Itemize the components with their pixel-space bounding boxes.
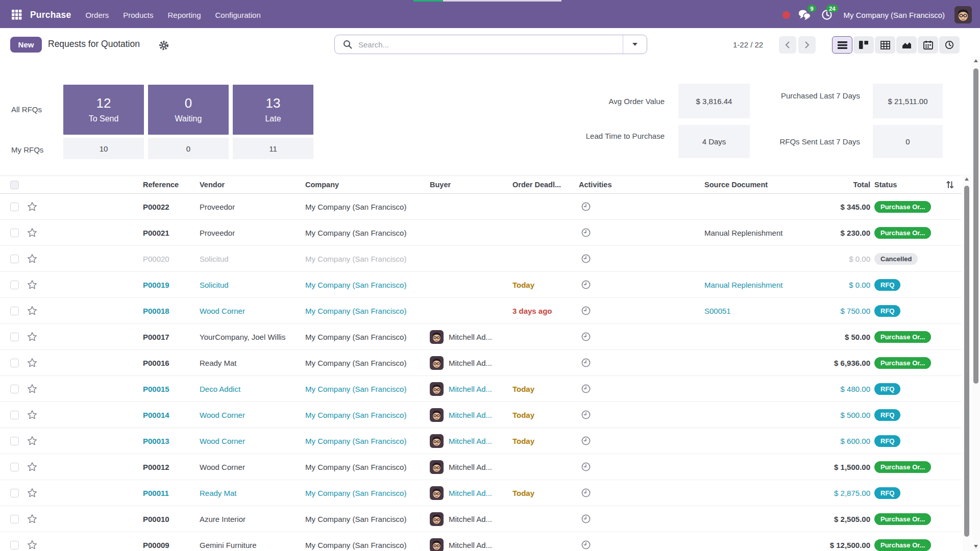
tile-waiting[interactable]: 0 Waiting	[148, 85, 229, 135]
row-select-checkbox[interactable]	[10, 454, 19, 480]
column-header-vendor[interactable]: Vendor	[200, 176, 304, 193]
pager-next-button[interactable]	[798, 36, 816, 54]
clock-icon[interactable]	[581, 272, 591, 297]
list-scrollbar-thumb[interactable]	[964, 186, 969, 537]
row-select-checkbox[interactable]	[10, 402, 19, 428]
column-settings-icon[interactable]	[945, 176, 955, 193]
clock-icon[interactable]	[581, 350, 591, 375]
apps-grid-icon[interactable]	[11, 9, 22, 20]
table-row[interactable]: P00010Azure InteriorMy Company (San Fran…	[0, 506, 962, 532]
list-view-button[interactable]	[832, 36, 852, 54]
star-icon[interactable]	[27, 350, 38, 375]
row-select-checkbox[interactable]	[10, 246, 19, 271]
clock-icon[interactable]	[581, 506, 591, 532]
my-waiting-count[interactable]: 0	[148, 138, 229, 159]
column-header-buyer[interactable]: Buyer	[430, 176, 511, 193]
table-row[interactable]: P00020SolicitudMy Company (San Francisco…	[0, 246, 962, 272]
star-icon[interactable]	[27, 428, 38, 454]
table-row[interactable]: P00012Wood CornerMy Company (San Francis…	[0, 454, 962, 480]
star-icon[interactable]	[27, 298, 38, 323]
star-icon[interactable]	[27, 324, 38, 349]
my-to-send-count[interactable]: 10	[63, 138, 144, 159]
row-select-checkbox[interactable]	[10, 506, 19, 532]
user-avatar[interactable]	[954, 6, 972, 23]
column-header-source-document[interactable]: Source Document	[704, 176, 813, 193]
nav-item-configuration[interactable]: Configuration	[215, 11, 261, 19]
star-icon[interactable]	[27, 376, 38, 402]
clock-icon[interactable]	[581, 480, 591, 506]
table-row[interactable]: P00015Deco AddictMy Company (San Francis…	[0, 376, 962, 402]
table-row[interactable]: P00013Wood CornerMy Company (San Francis…	[0, 428, 962, 454]
column-header-total[interactable]: Total	[814, 176, 870, 193]
clock-icon[interactable]	[581, 220, 591, 245]
nav-item-reporting[interactable]: Reporting	[167, 11, 201, 19]
star-icon[interactable]	[27, 480, 38, 506]
row-select-checkbox[interactable]	[10, 220, 19, 245]
star-icon[interactable]	[27, 532, 38, 551]
scroll-up-arrow-icon[interactable]	[965, 178, 969, 181]
row-select-checkbox[interactable]	[10, 298, 19, 323]
row-select-checkbox[interactable]	[10, 350, 19, 375]
row-select-checkbox[interactable]	[10, 428, 19, 454]
activity-clock-icon[interactable]: 24	[820, 8, 834, 21]
search-input[interactable]	[357, 40, 623, 49]
gear-icon[interactable]	[158, 40, 169, 51]
clock-icon[interactable]	[581, 194, 591, 219]
new-button[interactable]: New	[10, 37, 42, 53]
table-row[interactable]: P00011Ready MatMy Company (San Francisco…	[0, 480, 962, 506]
list-scrollbar[interactable]	[963, 174, 971, 551]
star-icon[interactable]	[27, 506, 38, 532]
pivot-view-button[interactable]	[875, 36, 895, 54]
row-select-checkbox[interactable]	[10, 376, 19, 402]
table-row[interactable]: P00016Ready MatMy Company (San Francisco…	[0, 350, 962, 376]
star-icon[interactable]	[27, 246, 38, 271]
star-icon[interactable]	[27, 454, 38, 480]
star-icon[interactable]	[27, 402, 38, 428]
graph-view-button[interactable]	[896, 36, 917, 54]
page-scrollbar[interactable]	[972, 56, 980, 551]
column-header-status[interactable]: Status	[874, 176, 946, 193]
calendar-view-button[interactable]	[918, 36, 938, 54]
clock-icon[interactable]	[581, 454, 591, 480]
column-header-order-deadline[interactable]: Order Deadl...	[512, 176, 578, 193]
star-icon[interactable]	[27, 220, 38, 245]
table-row[interactable]: P00017YourCompany, Joel WillisMy Company…	[0, 324, 962, 350]
nav-item-products[interactable]: Products	[123, 11, 153, 19]
tile-to-send[interactable]: 12 To Send	[63, 85, 144, 135]
table-row[interactable]: P00009Gemini FurnitureMy Company (San Fr…	[0, 532, 962, 551]
clock-icon[interactable]	[581, 246, 591, 271]
company-switcher[interactable]: My Company (San Francisco)	[844, 11, 945, 19]
table-row[interactable]: P00022ProveedorMy Company (San Francisco…	[0, 194, 962, 220]
clock-icon[interactable]	[581, 298, 591, 323]
table-row[interactable]: P00018Wood CornerMy Company (San Francis…	[0, 298, 962, 324]
clock-icon[interactable]	[581, 376, 591, 402]
clock-icon[interactable]	[581, 532, 591, 551]
nav-item-orders[interactable]: Orders	[85, 11, 109, 19]
column-header-reference[interactable]: Reference	[143, 176, 198, 193]
search-dropdown-toggle[interactable]	[623, 35, 647, 54]
select-all-checkbox[interactable]	[10, 176, 19, 193]
star-icon[interactable]	[27, 272, 38, 297]
kanban-view-button[interactable]	[853, 36, 874, 54]
table-row[interactable]: P00014Wood CornerMy Company (San Francis…	[0, 402, 962, 428]
table-row[interactable]: P00021ProveedorMy Company (San Francisco…	[0, 220, 962, 246]
clock-icon[interactable]	[581, 428, 591, 454]
star-icon[interactable]	[27, 194, 38, 219]
my-late-count[interactable]: 11	[233, 138, 313, 159]
row-select-checkbox[interactable]	[10, 324, 19, 349]
page-scrollbar-thumb[interactable]	[973, 68, 978, 384]
row-select-checkbox[interactable]	[10, 480, 19, 506]
row-select-checkbox[interactable]	[10, 532, 19, 551]
column-header-company[interactable]: Company	[305, 176, 429, 193]
table-row[interactable]: P00019SolicitudMy Company (San Francisco…	[0, 272, 962, 298]
clock-icon[interactable]	[581, 324, 591, 349]
tile-late[interactable]: 13 Late	[233, 85, 313, 135]
messages-icon[interactable]: 9	[798, 8, 812, 21]
activity-view-button[interactable]	[939, 36, 960, 54]
column-header-activities[interactable]: Activities	[579, 176, 611, 193]
clock-icon[interactable]	[581, 402, 591, 428]
pager-previous-button[interactable]	[779, 36, 796, 54]
row-select-checkbox[interactable]	[10, 194, 19, 219]
scroll-down-arrow-icon[interactable]	[974, 545, 978, 548]
scroll-up-arrow-icon[interactable]	[974, 59, 978, 62]
